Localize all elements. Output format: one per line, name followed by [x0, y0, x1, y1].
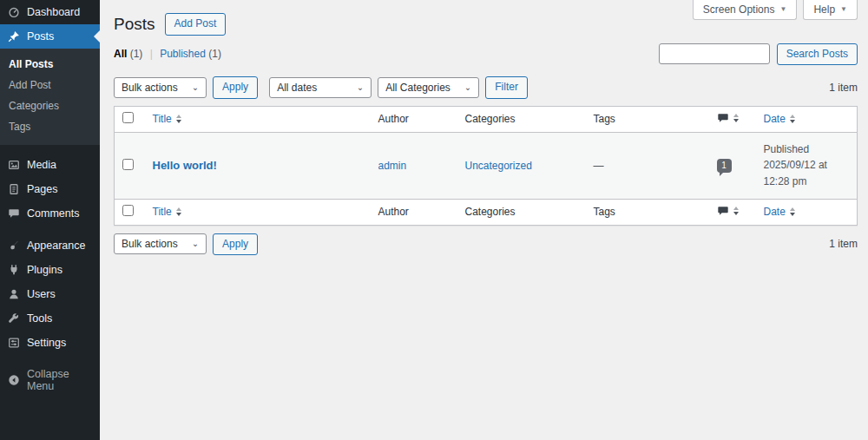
column-tags-label: Tags — [585, 199, 708, 225]
media-icon — [8, 159, 20, 171]
post-tags-empty: — — [594, 160, 604, 172]
tablenav-top: Bulk actions ⌄ Apply All dates ⌄ All Cat… — [114, 76, 858, 99]
bulk-actions-select[interactable]: Bulk actions ⌄ — [114, 233, 207, 254]
column-date-label: Date — [764, 206, 786, 218]
sidebar-item-tags[interactable]: Tags — [0, 116, 100, 137]
column-date-label: Date — [764, 113, 786, 125]
sidebar-item-pages[interactable]: Pages — [0, 177, 100, 201]
categories-filter-select[interactable]: All Categories ⌄ — [378, 77, 479, 98]
search-input[interactable] — [659, 43, 770, 64]
admin-sidebar: Dashboard Posts All Posts Add Post Categ… — [0, 0, 100, 440]
sidebar-item-appearance[interactable]: Appearance — [0, 233, 100, 258]
sidebar-item-tools[interactable]: Tools — [0, 306, 100, 331]
filter-button[interactable]: Filter — [485, 76, 528, 99]
screen-options-button[interactable]: Screen Options ▼ — [693, 0, 798, 20]
bulk-actions-value: Bulk actions — [122, 82, 178, 94]
sidebar-item-label: Users — [27, 288, 56, 300]
apply-button[interactable]: Apply — [213, 233, 258, 256]
add-post-button[interactable]: Add Post — [165, 13, 227, 36]
filter-all-link[interactable]: All — [114, 48, 127, 60]
dates-filter-select[interactable]: All dates ⌄ — [269, 77, 372, 98]
wrench-icon — [8, 312, 20, 325]
filter-published-count: (1) — [208, 48, 221, 60]
search-box: Search Posts — [659, 43, 858, 66]
sidebar-item-label: Comments — [27, 207, 79, 220]
sort-arrows-icon — [790, 115, 795, 123]
sort-by-date-link[interactable]: Date — [764, 206, 795, 218]
sidebar-item-add-post[interactable]: Add Post — [0, 75, 100, 95]
apply-button[interactable]: Apply — [213, 76, 258, 99]
sidebar-item-comments[interactable]: Comments — [0, 201, 100, 226]
help-label: Help — [813, 3, 835, 16]
column-title-label: Title — [153, 113, 172, 125]
sidebar-item-label: Dashboard — [27, 6, 80, 18]
collapse-menu-button[interactable]: Collapse Menu — [0, 362, 100, 398]
sidebar-item-media[interactable]: Media — [0, 153, 100, 177]
comments-icon — [8, 207, 20, 220]
items-count: 1 item — [829, 82, 858, 94]
help-button[interactable]: Help ▼ — [803, 0, 858, 20]
active-item-arrow — [94, 30, 100, 43]
bulk-actions-select[interactable]: Bulk actions ⌄ — [114, 77, 207, 98]
tablenav-bottom: Bulk actions ⌄ Apply 1 item — [114, 233, 858, 256]
sidebar-item-label: Plugins — [27, 264, 62, 276]
collapse-arrow-icon — [8, 374, 20, 386]
sidebar-item-dashboard[interactable]: Dashboard — [0, 0, 100, 24]
sort-by-title-link[interactable]: Title — [153, 206, 181, 218]
comment-bubble-icon — [717, 205, 729, 217]
sidebar-item-users[interactable]: Users — [0, 282, 100, 306]
posts-table-footer: Title Author Categories Tags — [115, 199, 858, 225]
tablenav-bottom-actions: Bulk actions ⌄ Apply — [114, 233, 258, 256]
select-all-checkbox[interactable] — [122, 112, 134, 123]
posts-submenu: All Posts Add Post Categories Tags — [0, 49, 100, 145]
post-author-link[interactable]: admin — [378, 160, 407, 172]
post-status: Published — [764, 141, 849, 158]
sidebar-item-label: Appearance — [27, 240, 85, 252]
menu-gap — [0, 145, 100, 153]
sidebar-item-label: Posts — [27, 30, 54, 43]
post-category-link[interactable]: Uncategorized — [465, 160, 532, 172]
user-icon — [8, 288, 20, 300]
bulk-actions-value: Bulk actions — [122, 238, 178, 250]
dates-filter-value: All dates — [277, 82, 317, 94]
post-title-link[interactable]: Hello world! — [153, 159, 217, 172]
sidebar-item-label: Media — [27, 159, 56, 171]
sort-by-comments-link[interactable] — [717, 205, 739, 217]
select-all-checkbox[interactable] — [122, 205, 134, 216]
filter-published-link[interactable]: Published — [160, 48, 206, 60]
sidebar-item-categories[interactable]: Categories — [0, 95, 100, 116]
column-categories-label: Categories — [457, 106, 585, 132]
page-title: Posts — [114, 15, 155, 34]
chevron-down-icon: ⌄ — [192, 83, 199, 92]
plug-icon — [8, 264, 20, 276]
column-author-label: Author — [370, 106, 457, 132]
post-status-filters: All (1) | Published (1) — [114, 48, 221, 60]
sidebar-item-posts[interactable]: Posts — [0, 24, 100, 49]
row-checkbox[interactable] — [122, 159, 134, 170]
sidebar-item-all-posts[interactable]: All Posts — [0, 54, 100, 75]
sidebar-item-plugins[interactable]: Plugins — [0, 258, 100, 282]
search-posts-button[interactable]: Search Posts — [777, 43, 858, 66]
chevron-down-icon: ▼ — [840, 6, 847, 13]
screen-meta-links: Screen Options ▼ Help ▼ — [693, 0, 858, 20]
post-date: 2025/09/12 at 12:28 pm — [764, 157, 849, 189]
items-count: 1 item — [829, 238, 858, 250]
column-tags-label: Tags — [585, 106, 708, 132]
chevron-down-icon: ▼ — [779, 6, 786, 13]
sort-by-date-link[interactable]: Date — [764, 113, 795, 125]
posts-table: Title Author Categories Tags — [114, 106, 858, 226]
column-categories-label: Categories — [457, 199, 585, 225]
sort-by-comments-link[interactable] — [717, 112, 739, 124]
filter-all-count: (1) — [130, 48, 143, 60]
chevron-down-icon: ⌄ — [464, 83, 471, 92]
sort-by-title-link[interactable]: Title — [153, 113, 181, 125]
sort-arrows-icon — [790, 207, 795, 216]
paintbrush-icon — [8, 240, 20, 252]
sliders-icon — [8, 337, 20, 349]
table-row: Hello world! admin Uncategorized — 1 Pub… — [115, 132, 858, 199]
main-content: Screen Options ▼ Help ▼ Posts Add Post A… — [100, 0, 868, 440]
sidebar-item-settings[interactable]: Settings — [0, 331, 100, 355]
sidebar-item-label: Settings — [27, 337, 66, 349]
categories-filter-value: All Categories — [385, 82, 450, 94]
comment-count-badge[interactable]: 1 — [717, 159, 732, 173]
